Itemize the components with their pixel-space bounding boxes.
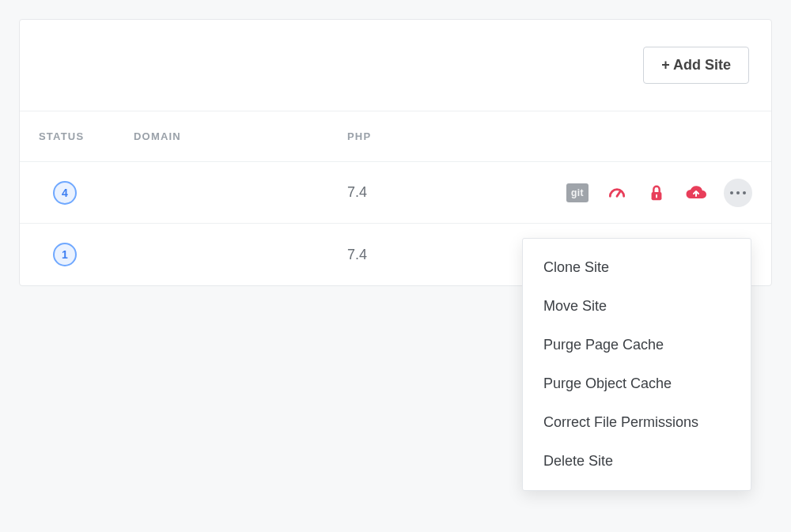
lock-icon[interactable]	[645, 181, 668, 205]
col-header-php: PHP	[347, 130, 482, 142]
git-icon[interactable]: git	[566, 181, 589, 205]
status-badge[interactable]: 4	[53, 181, 77, 205]
table-header: STATUS DOMAIN PHP	[20, 111, 771, 162]
menu-move-site[interactable]: Move Site	[523, 287, 751, 326]
cloud-upload-icon[interactable]	[684, 181, 708, 205]
menu-delete-site[interactable]: Delete Site	[523, 442, 751, 481]
col-header-status: STATUS	[39, 130, 134, 142]
menu-clone-site[interactable]: Clone Site	[523, 248, 751, 287]
status-badge[interactable]: 1	[53, 243, 77, 266]
more-actions-menu: Clone Site Move Site Purge Page Cache Pu…	[522, 238, 751, 491]
table-row: 4 7.4 git	[20, 162, 771, 224]
cell-php: 7.4	[347, 184, 482, 201]
cell-status: 4	[39, 181, 134, 205]
menu-purge-object-cache[interactable]: Purge Object Cache	[523, 364, 751, 403]
cell-status: 1	[39, 243, 134, 266]
svg-line-0	[617, 191, 620, 196]
row-actions: git	[482, 179, 752, 207]
sites-panel: + Add Site STATUS DOMAIN PHP 4 7.4 git	[19, 19, 772, 286]
menu-purge-page-cache[interactable]: Purge Page Cache	[523, 326, 751, 364]
add-site-button[interactable]: + Add Site	[643, 47, 749, 84]
cell-php: 7.4	[347, 247, 482, 263]
svg-rect-2	[656, 194, 657, 198]
panel-header: + Add Site	[20, 20, 771, 111]
more-actions-button[interactable]	[724, 179, 752, 207]
speed-icon[interactable]	[605, 181, 629, 205]
col-header-domain: DOMAIN	[134, 130, 347, 142]
menu-correct-file-perms[interactable]: Correct File Permissions	[523, 403, 751, 442]
